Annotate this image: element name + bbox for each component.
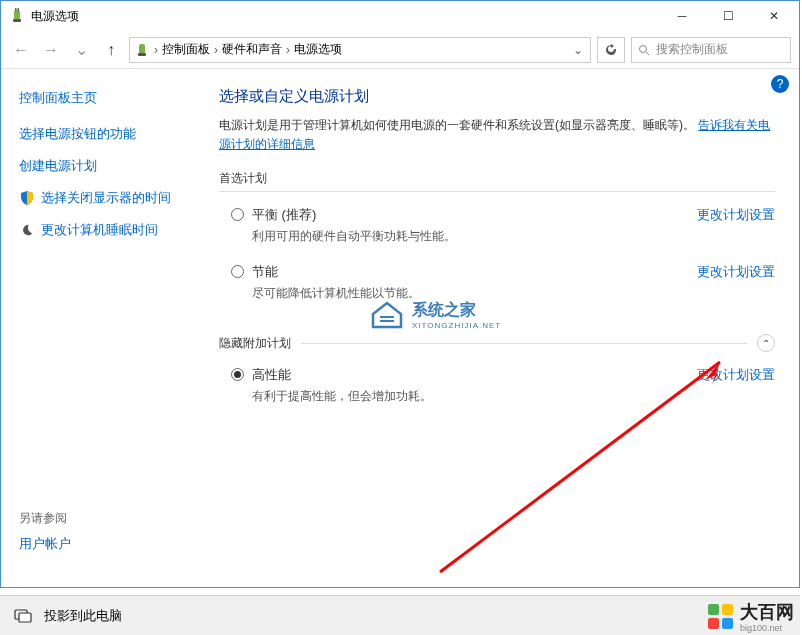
maximize-button[interactable]: ☐ bbox=[705, 2, 751, 30]
forward-button[interactable]: → bbox=[39, 38, 63, 62]
svg-rect-1 bbox=[15, 8, 17, 11]
sidebar-link-create-plan[interactable]: 创建电源计划 bbox=[19, 157, 193, 175]
svg-rect-17 bbox=[722, 618, 733, 629]
app-icon bbox=[9, 8, 25, 24]
collapse-button[interactable]: ⌃ bbox=[757, 334, 775, 352]
page-description: 电源计划是用于管理计算机如何使用电源的一套硬件和系统设置(如显示器亮度、睡眠等)… bbox=[219, 116, 775, 154]
help-icon[interactable]: ? bbox=[771, 75, 789, 93]
addr-dropdown[interactable]: ⌄ bbox=[570, 43, 586, 57]
window: 电源选项 ─ ☐ ✕ ← → ⌄ ↑ › 控制面板 › 硬件和声音 › 电源选项… bbox=[0, 0, 800, 588]
refresh-button[interactable] bbox=[597, 37, 625, 63]
svg-point-6 bbox=[640, 45, 647, 52]
breadcrumb-seg2[interactable]: 硬件和声音 bbox=[222, 41, 282, 58]
plan-name: 高性能 bbox=[252, 366, 685, 384]
see-also-heading: 另请参阅 bbox=[19, 510, 67, 527]
radio-balanced[interactable] bbox=[231, 208, 244, 221]
dropdown-history[interactable]: ⌄ bbox=[69, 38, 93, 62]
change-plan-settings-link[interactable]: 更改计划设置 bbox=[697, 366, 775, 384]
plan-desc: 有利于提高性能，但会增加功耗。 bbox=[252, 388, 685, 405]
brand-watermark: 大百网 big100.net bbox=[708, 600, 794, 633]
svg-rect-4 bbox=[139, 44, 145, 54]
radio-high-performance[interactable] bbox=[231, 368, 244, 381]
svg-rect-14 bbox=[708, 604, 719, 615]
window-title: 电源选项 bbox=[31, 8, 659, 25]
change-plan-settings-link[interactable]: 更改计划设置 bbox=[697, 206, 775, 224]
page-heading: 选择或自定义电源计划 bbox=[219, 87, 775, 106]
window-controls: ─ ☐ ✕ bbox=[659, 2, 797, 30]
body: 控制面板主页 选择电源按钮的功能 创建电源计划 选择关闭显示器的时间 更改计算机… bbox=[1, 69, 799, 587]
close-button[interactable]: ✕ bbox=[751, 2, 797, 30]
search-icon bbox=[638, 44, 650, 56]
taskbar-label[interactable]: 投影到此电脑 bbox=[44, 607, 122, 625]
user-accounts-link[interactable]: 用户帐户 bbox=[19, 535, 71, 553]
back-button[interactable]: ← bbox=[9, 38, 33, 62]
plan-high-performance[interactable]: 高性能 有利于提高性能，但会增加功耗。 更改计划设置 bbox=[219, 362, 775, 419]
svg-rect-2 bbox=[18, 8, 20, 11]
sidebar: 控制面板主页 选择电源按钮的功能 创建电源计划 选择关闭显示器的时间 更改计算机… bbox=[1, 69, 211, 587]
svg-rect-13 bbox=[19, 613, 31, 622]
svg-rect-3 bbox=[13, 19, 21, 22]
plan-name: 节能 bbox=[252, 263, 685, 281]
svg-rect-15 bbox=[722, 604, 733, 615]
sidebar-link-display-off[interactable]: 选择关闭显示器的时间 bbox=[19, 189, 193, 207]
brand-logo-icon bbox=[708, 604, 734, 630]
taskbar: 投影到此电脑 bbox=[0, 595, 800, 635]
control-panel-home-link[interactable]: 控制面板主页 bbox=[19, 89, 193, 107]
project-icon bbox=[14, 607, 32, 625]
sidebar-link-sleep[interactable]: 更改计算机睡眠时间 bbox=[19, 221, 193, 239]
section-hidden: 隐藏附加计划 ⌃ bbox=[219, 334, 775, 352]
titlebar: 电源选项 ─ ☐ ✕ bbox=[1, 1, 799, 31]
chevron-right-icon: › bbox=[154, 43, 158, 57]
search-placeholder: 搜索控制面板 bbox=[656, 41, 728, 58]
search-input[interactable]: 搜索控制面板 bbox=[631, 37, 791, 63]
radio-saver[interactable] bbox=[231, 265, 244, 278]
plan-balanced[interactable]: 平衡 (推荐) 利用可用的硬件自动平衡功耗与性能。 更改计划设置 bbox=[219, 202, 775, 259]
svg-line-7 bbox=[646, 52, 649, 55]
plan-desc: 利用可用的硬件自动平衡功耗与性能。 bbox=[252, 228, 685, 245]
up-button[interactable]: ↑ bbox=[99, 38, 123, 62]
moon-icon bbox=[19, 222, 35, 238]
chevron-right-icon: › bbox=[286, 43, 290, 57]
plan-desc: 尽可能降低计算机性能以节能。 bbox=[252, 285, 685, 302]
change-plan-settings-link[interactable]: 更改计划设置 bbox=[697, 263, 775, 281]
breadcrumb-seg1[interactable]: 控制面板 bbox=[162, 41, 210, 58]
chevron-right-icon: › bbox=[214, 43, 218, 57]
shield-icon bbox=[19, 190, 35, 206]
svg-rect-5 bbox=[138, 53, 146, 56]
breadcrumb-seg3[interactable]: 电源选项 bbox=[294, 41, 342, 58]
plan-name: 平衡 (推荐) bbox=[252, 206, 685, 224]
address-bar[interactable]: › 控制面板 › 硬件和声音 › 电源选项 ⌄ bbox=[129, 37, 591, 63]
main-content: ? 选择或自定义电源计划 电源计划是用于管理计算机如何使用电源的一套硬件和系统设… bbox=[211, 69, 799, 587]
section-preferred: 首选计划 bbox=[219, 170, 775, 192]
minimize-button[interactable]: ─ bbox=[659, 2, 705, 30]
power-icon bbox=[134, 42, 150, 58]
svg-rect-16 bbox=[708, 618, 719, 629]
sidebar-link-power-button[interactable]: 选择电源按钮的功能 bbox=[19, 125, 193, 143]
svg-rect-0 bbox=[14, 10, 20, 20]
navbar: ← → ⌄ ↑ › 控制面板 › 硬件和声音 › 电源选项 ⌄ 搜索控制面板 bbox=[1, 31, 799, 69]
refresh-icon bbox=[604, 43, 618, 57]
plan-saver[interactable]: 节能 尽可能降低计算机性能以节能。 更改计划设置 bbox=[219, 259, 775, 316]
